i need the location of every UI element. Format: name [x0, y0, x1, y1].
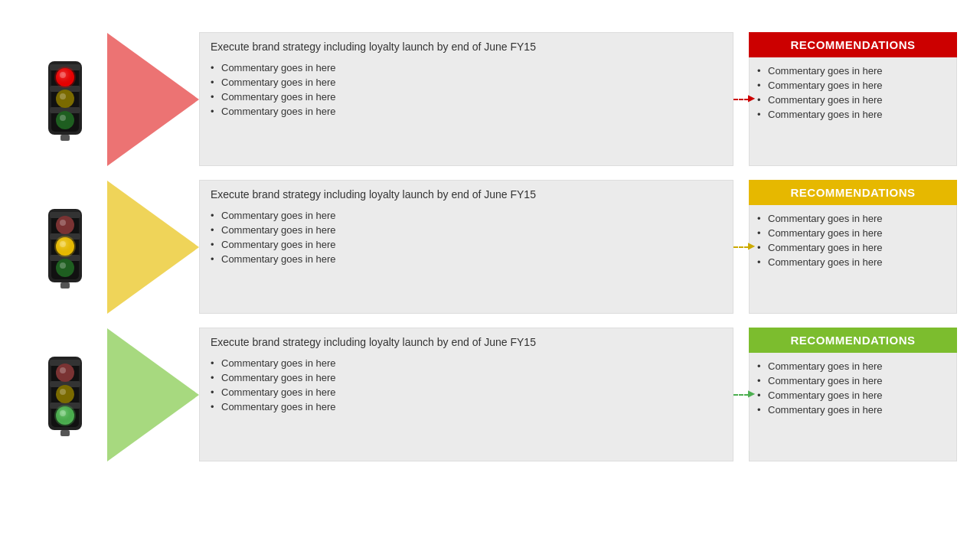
- rec-bullet-list-yellow: Commentary goes in hereCommentary goes i…: [757, 211, 949, 269]
- content-heading-red: Execute brand strategy including loyalty…: [211, 41, 722, 56]
- svg-point-37: [56, 406, 74, 425]
- rec-header-green: RECOMMENDATIONS: [749, 328, 957, 353]
- rec-bullet-item: Commentary goes in here: [757, 211, 949, 226]
- rec-box-yellow: RECOMMENDATIONS Commentary goes in hereC…: [749, 180, 957, 314]
- rec-bullet-item: Commentary goes in here: [757, 226, 949, 240]
- content-heading-yellow: Execute brand strategy including loyalty…: [211, 188, 722, 204]
- svg-point-22: [56, 237, 74, 256]
- beam-red: [107, 32, 199, 166]
- rec-bullet-item: Commentary goes in here: [757, 373, 949, 388]
- rows-container: Execute brand strategy including loyalty…: [23, 32, 957, 536]
- traffic-row-red: Execute brand strategy including loyalty…: [23, 32, 957, 166]
- svg-point-33: [56, 364, 74, 382]
- beam-triangle-red: [107, 33, 199, 166]
- svg-point-12: [60, 115, 66, 121]
- bullet-item: Commentary goes in here: [211, 356, 722, 370]
- svg-point-7: [56, 68, 74, 86]
- rec-content-red: Commentary goes in hereCommentary goes i…: [749, 57, 957, 166]
- arrow-connector-yellow: [733, 180, 749, 314]
- svg-point-24: [60, 220, 66, 226]
- bullet-item: Commentary goes in here: [211, 223, 722, 237]
- rec-bullet-item: Commentary goes in here: [757, 78, 949, 93]
- svg-point-19: [56, 216, 74, 234]
- rec-box-red: RECOMMENDATIONS Commentary goes in hereC…: [749, 32, 957, 166]
- svg-point-25: [60, 241, 66, 247]
- traffic-light-icon-yellow: [23, 180, 107, 314]
- rec-bullet-item: Commentary goes in here: [757, 255, 949, 269]
- bullet-item: Commentary goes in here: [211, 370, 722, 385]
- bullet-list-yellow: Commentary goes in hereCommentary goes i…: [211, 208, 722, 266]
- rec-content-green: Commentary goes in hereCommentary goes i…: [749, 353, 957, 461]
- rec-header-red: RECOMMENDATIONS: [749, 32, 957, 57]
- arrow-line-yellow: [733, 246, 749, 248]
- svg-rect-41: [60, 430, 70, 436]
- beam-triangle-green: [107, 328, 199, 461]
- rec-bullet-list-green: Commentary goes in hereCommentary goes i…: [757, 359, 949, 417]
- content-box-green: Execute brand strategy including loyalty…: [199, 328, 733, 461]
- svg-point-23: [56, 259, 74, 277]
- arrow-line-red: [733, 99, 749, 100]
- rec-bullet-list-red: Commentary goes in hereCommentary goes i…: [757, 64, 949, 122]
- svg-point-39: [60, 389, 66, 395]
- rec-bullet-item: Commentary goes in here: [757, 403, 949, 417]
- beam-triangle-yellow: [107, 181, 199, 314]
- bullet-item: Commentary goes in here: [211, 399, 722, 414]
- svg-point-26: [60, 262, 66, 269]
- bullet-item: Commentary goes in here: [211, 237, 722, 252]
- bullet-list-green: Commentary goes in hereCommentary goes i…: [211, 356, 722, 414]
- content-box-yellow: Execute brand strategy including loyalty…: [199, 180, 733, 314]
- svg-point-40: [60, 410, 66, 416]
- svg-point-34: [56, 385, 74, 403]
- bullet-item: Commentary goes in here: [211, 208, 722, 223]
- arrow-connector-green: [733, 328, 749, 461]
- svg-rect-27: [60, 282, 70, 289]
- page: Execute brand strategy including loyalty…: [0, 0, 980, 551]
- bullet-list-red: Commentary goes in hereCommentary goes i…: [211, 60, 722, 119]
- traffic-row-yellow: Execute brand strategy including loyalty…: [23, 180, 957, 314]
- rec-bullet-item: Commentary goes in here: [757, 240, 949, 255]
- beam-yellow: [107, 180, 199, 314]
- rec-content-yellow: Commentary goes in hereCommentary goes i…: [749, 205, 957, 314]
- svg-point-38: [60, 367, 66, 373]
- bullet-item: Commentary goes in here: [211, 90, 722, 104]
- rec-bullet-item: Commentary goes in here: [757, 107, 949, 122]
- content-box-red: Execute brand strategy including loyalty…: [199, 32, 733, 166]
- content-heading-green: Execute brand strategy including loyalty…: [211, 336, 722, 351]
- arrow-connector-red: [733, 32, 749, 166]
- rec-bullet-item: Commentary goes in here: [757, 388, 949, 403]
- rec-box-green: RECOMMENDATIONS Commentary goes in hereC…: [749, 328, 957, 461]
- traffic-light-icon-red: [23, 32, 107, 166]
- svg-rect-13: [60, 135, 70, 141]
- rec-bullet-item: Commentary goes in here: [757, 93, 949, 107]
- traffic-row-green: Execute brand strategy including loyalty…: [23, 328, 957, 461]
- bullet-item: Commentary goes in here: [211, 75, 722, 90]
- svg-point-10: [60, 72, 66, 78]
- rec-bullet-item: Commentary goes in here: [757, 359, 949, 373]
- rec-header-yellow: RECOMMENDATIONS: [749, 180, 957, 205]
- bullet-item: Commentary goes in here: [211, 385, 722, 399]
- svg-point-9: [56, 111, 74, 129]
- bullet-item: Commentary goes in here: [211, 104, 722, 119]
- svg-point-8: [56, 90, 74, 108]
- bullet-item: Commentary goes in here: [211, 252, 722, 266]
- svg-point-11: [60, 93, 66, 99]
- bullet-item: Commentary goes in here: [211, 60, 722, 75]
- rec-bullet-item: Commentary goes in here: [757, 64, 949, 78]
- arrow-line-green: [733, 394, 749, 396]
- traffic-light-icon-green: [23, 328, 107, 461]
- beam-green: [107, 328, 199, 461]
